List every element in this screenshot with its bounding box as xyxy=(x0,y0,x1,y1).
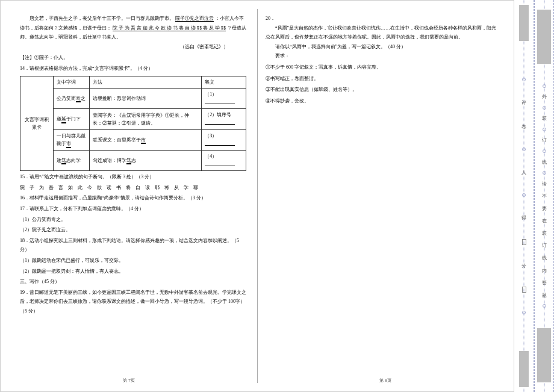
col-head-method: 方法 xyxy=(90,76,202,88)
question-18: 18．活动小组探究以上三则材料，形成下列结论。请选择你感兴趣的一项，结合选文内容… xyxy=(20,236,246,255)
question-20-number: 20． xyxy=(266,14,497,23)
table-header-row: 文言字词积累卡 文中字词 方法 释义 xyxy=(20,76,246,88)
cell: 公乃笑而奇之 xyxy=(54,88,90,108)
question-19: 19．昔日郦道元笔下美丽的三峡，如今更是因三峡工程闻名于世，无数中外游客慕名前去… xyxy=(20,288,246,316)
page-number-7: 第 7页 xyxy=(1,377,257,385)
col-head-meaning: 释义 xyxy=(202,76,246,88)
row-header: 文言字词积累卡 xyxy=(20,76,54,171)
vocab-card-table: 文言字词积累卡 文中字词 方法 释义 公乃笑而奇之 语境推断：形容词作动词 （1… xyxy=(20,76,246,172)
spine-outer-text: 外 装 订 线 请 不 要 在 装 订 线 内 答 题 xyxy=(535,78,553,314)
page-number-8: 第 8页 xyxy=(257,377,514,385)
cell: 一日与群儿蹴鞠于市 xyxy=(54,129,90,150)
spine-inner-text: 评 卷 人 得 分 xyxy=(514,60,534,332)
question-18a: （1）蹴鞠运动在宋代已盛行，可娱乐，可交际。 xyxy=(20,256,246,266)
page-8: 20． “风雨”是大自然的杰作，它让我们欢喜让我们忧伤……在生活中，我们也会经历… xyxy=(257,1,514,391)
question-15: 15．请用“/”给文中画波浪线的句子断句。（限断 3 处）（3 分） xyxy=(20,172,246,182)
cell: 遂笃志向学 xyxy=(54,150,90,170)
cell: 联系课文：百里奚举于市 xyxy=(90,129,202,150)
requirements-label: 要求： xyxy=(266,51,497,61)
table-row: 公乃笑而奇之 语境推断：形容词作动词 （1） xyxy=(20,88,246,108)
question-17b: （2）院子见之而泣云。 xyxy=(20,225,246,235)
answer-cell[interactable]: （2）填序号 xyxy=(202,109,246,129)
cell: 勾连成语：博学笃志 xyxy=(90,150,202,170)
requirements-list: ①不少于 600 字记叙文；写真事，诉真情，内容完整。 ②书写端正，卷面整洁。 … xyxy=(266,63,497,105)
question-16: 16．材料甲走运用侧面描写，凸显蹴鞠“尚豪华”情景，请结合诗句作简要分析。（3 … xyxy=(20,193,246,203)
question-20-prompt: 请你以“风雨中，我选择向前”为题，写一篇记叙文。（40 分） xyxy=(266,42,497,52)
cell: 遂延于门下 xyxy=(54,109,90,129)
question-20-intro: “风雨”是大自然的杰作，它让我们欢喜让我们忧伤……在生活中，我们也会经历各种各样… xyxy=(266,23,497,42)
req-item: ②书写端正，卷面整洁。 xyxy=(266,74,497,84)
question-17a: （1）公乃笑而奇之。 xyxy=(20,215,246,225)
cell: 语境推断：形容词作动词 xyxy=(90,88,202,108)
col-head-word: 文中字词 xyxy=(54,76,90,88)
req-item: ③不能出现真实信息（如班级、姓名等）。 xyxy=(266,85,497,95)
underlined-phrase-1: 院子①见之而泣云 xyxy=(175,16,214,21)
underlined-phrase-2: 院 子 为 吾 言 如 此 今 欲 读 书 将 自 读 耶 将 从 学 耶 xyxy=(113,25,226,31)
question-15-sentence[interactable]: 院 子 为 吾 言 如 此 今 欲 读 书 将 自 读 耶 将 从 学 耶 xyxy=(20,183,246,193)
question-18b: （2）蹴鞠是一把双刃剑：有人怡情，有人丧志。 xyxy=(20,267,246,276)
question-17: 17．请联系上下文，分析下列加点词蕴含的意味。（4 分） xyxy=(20,204,246,214)
binding-spine-outer: 外 装 订 线 请 不 要 在 装 订 线 内 答 题 xyxy=(534,0,554,392)
passage-source: （选自《密斋笔记》） xyxy=(20,42,246,52)
question-14: 14．请根据表格提示的方法，完成“文言字词积累卡”。（4 分） xyxy=(20,64,246,73)
req-item: ①不少于 600 字记叙文；写真事，诉真情，内容完整。 xyxy=(266,63,497,72)
req-item: ④不得抄袭，套改。 xyxy=(266,96,497,106)
page-7: 唐文若，子西先生之子，丧父后年十三不学。一日与群儿蹴鞠于市。 院子①见之而泣云 … xyxy=(1,1,257,391)
table-row: 遂笃志向学 勾连成语：博学笃志 （4） xyxy=(20,150,246,170)
answer-cell[interactable]: （3） xyxy=(202,129,246,150)
passage-text: 唐文若，子西先生之子，丧父后年十三不学。一日与群儿蹴鞠于市。 xyxy=(30,16,174,21)
cell: 查阅字典：《古汉语常用字字典》①延长，伸长；②蔓延；③引进，邀请。 xyxy=(90,109,202,129)
answer-cell[interactable]: （1） xyxy=(202,88,246,108)
exam-sheet: 唐文若，子西先生之子，丧父后年十三不学。一日与群儿蹴鞠于市。 院子①见之而泣云 … xyxy=(0,0,514,392)
table-row: 一日与群儿蹴鞠于市 联系课文：百里奚举于市 （3） xyxy=(20,129,246,150)
table-row: 遂延于门下 查阅字典：《古汉语常用字字典》①延长，伸长；②蔓延；③引进，邀请。 … xyxy=(20,109,246,129)
passage-paragraph: 唐文若，子西先生之子，丧父后年十三不学。一日与群儿蹴鞠于市。 院子①见之而泣云 … xyxy=(20,14,246,42)
answer-cell[interactable]: （4） xyxy=(202,150,246,170)
footnote: 【注】①院子：仆人。 xyxy=(20,53,246,63)
binding-spine-inner: 评 卷 人 得 分 xyxy=(514,0,534,392)
section-heading: 三、写作（45 分） xyxy=(20,277,246,287)
